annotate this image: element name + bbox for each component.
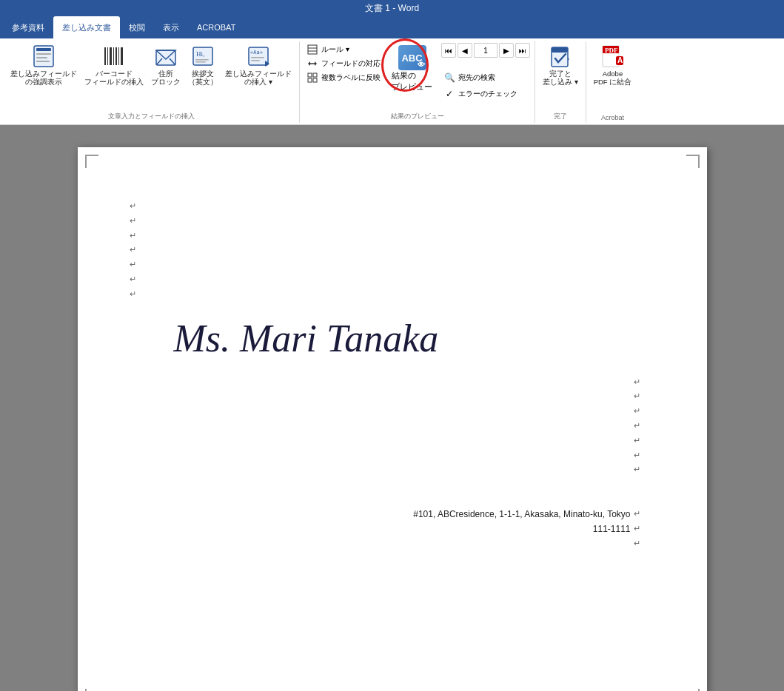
group-done: 完了と差し込み ▾ 完了 <box>535 41 586 123</box>
first-record-button[interactable]: ⏮ <box>441 43 456 58</box>
para-mark-m4: ↵ <box>130 419 640 434</box>
svg-text:Hi,: Hi, <box>196 50 204 58</box>
done-merge-button[interactable]: 完了と差し込み ▾ <box>540 43 581 88</box>
preview-abc-icon: ABC 👁 <box>398 45 426 70</box>
prev-record-button[interactable]: ◀ <box>458 43 472 58</box>
address-block-label: 住所ブロック <box>151 70 181 87</box>
svg-rect-9 <box>115 47 117 65</box>
multi-label-label: 複数ラベルに反映 <box>321 73 381 83</box>
next-record-button[interactable]: ▶ <box>499 43 514 58</box>
svg-rect-3 <box>36 57 47 58</box>
svg-rect-22 <box>251 57 264 58</box>
para-mark-m6: ↵ <box>130 448 640 463</box>
svg-marker-37 <box>568 58 569 61</box>
tab-sanko[interactable]: 参考資料 <box>3 16 53 38</box>
greeting-button[interactable]: Hi, 挨拶文（英文） <box>185 43 221 88</box>
dest-search-icon: 🔍 <box>443 72 455 84</box>
group-preview-label: 結果のプレビュー <box>391 112 444 121</box>
document-content: ↵ ↵ ↵ ↵ ↵ ↵ ↵ Ms. Mari Tanaka ↵ ↵ ↵ ↵ ↵ … <box>100 162 685 691</box>
nav-controls: ⏮ ◀ ▶ ⏭ <box>441 43 530 68</box>
para-mark-m7: ↵ <box>130 462 640 477</box>
record-number-input[interactable] <box>474 43 497 58</box>
tab-hyoji[interactable]: 表示 <box>154 16 188 38</box>
last-record-button[interactable]: ⏭ <box>515 43 530 58</box>
address-line-3: ↵ <box>130 536 640 551</box>
done-items: 完了と差し込み ▾ <box>540 43 581 121</box>
svg-rect-34 <box>313 78 317 82</box>
rule-icon <box>306 44 318 55</box>
svg-text:A: A <box>617 56 623 64</box>
done-merge-icon <box>549 44 572 68</box>
para-mark-2: ↵ <box>130 214 655 229</box>
ribbon-tabs: 参考資料 差し込み文書 校閲 表示 ACROBAT <box>0 16 784 38</box>
para-mark-7: ↵ <box>130 287 655 302</box>
insert-merge-label: 差し込みフィールドの挿入 ▾ <box>225 70 292 87</box>
svg-rect-33 <box>308 78 312 82</box>
svg-rect-1 <box>36 48 51 51</box>
insert-merge-icon: «Aa» <box>247 44 270 68</box>
corner-tr <box>686 155 700 168</box>
field-match-icon <box>306 58 318 70</box>
title-bar: 文書 1 - Word <box>0 0 784 16</box>
tab-sashikomi[interactable]: 差し込み文書 <box>53 16 120 38</box>
corner-tl <box>85 155 98 168</box>
eye-icon: 👁 <box>418 61 425 69</box>
dest-search-button[interactable]: 🔍 宛先の検索 <box>441 71 530 84</box>
para-marks-top: ↵ ↵ ↵ ↵ ↵ ↵ ↵ <box>130 177 655 302</box>
multi-label-button[interactable]: 複数ラベルに反映 <box>304 71 383 84</box>
field-match-label: フィールドの対応 <box>321 58 381 69</box>
group-acrobat: PDF A AdobePDF に結合 Acrobat <box>586 41 640 123</box>
nav-area: ⏮ ◀ ▶ ⏭ 🔍 宛先の検索 ✓ エラーのチェック <box>441 43 530 111</box>
ribbon: 差し込みフィールドの強調表示 バーコードフィールドの挿入 <box>0 38 784 125</box>
preview-items-row: ルール ▾ フィールドの対応 <box>304 43 530 121</box>
svg-rect-36 <box>552 47 568 53</box>
para-mark-m1: ↵ <box>130 375 640 390</box>
error-check-icon: ✓ <box>443 88 455 100</box>
barcode-button[interactable]: バーコードフィールドの挿入 <box>81 43 147 88</box>
svg-rect-2 <box>36 53 51 55</box>
svg-text:«Aa»: «Aa» <box>250 50 263 55</box>
field-match-button[interactable]: フィールドの対応 <box>304 57 383 70</box>
svg-rect-31 <box>308 73 312 77</box>
para-mark-5: ↵ <box>130 257 655 272</box>
document-area: ↵ ↵ ↵ ↵ ↵ ↵ ↵ Ms. Mari Tanaka ↵ ↵ ↵ ↵ ↵ … <box>0 125 784 691</box>
address-block: #101, ABCresidence, 1-1-1, Akasaka, Mina… <box>130 507 655 550</box>
preview-button-inner[interactable]: ABC 👁 結果のプレビュー <box>387 43 437 95</box>
highlight-field-icon <box>32 44 56 68</box>
greeting-icon: Hi, <box>191 44 215 68</box>
insert-merge-field-button[interactable]: «Aa» 差し込みフィールドの挿入 ▾ <box>222 43 295 88</box>
group-acrobat-label: Acrobat <box>601 114 624 121</box>
title-text: 文書 1 - Word <box>365 2 419 15</box>
adobe-pdf-label: AdobePDF に結合 <box>594 70 632 87</box>
postal-text: 111-1111 <box>593 524 631 534</box>
address-para-mark: ↵ <box>634 507 640 522</box>
rule-button[interactable]: ルール ▾ <box>304 43 383 56</box>
preview-button-wrapper[interactable]: ABC 👁 結果のプレビュー <box>387 43 437 95</box>
signature: Ms. Mari Tanaka <box>174 317 655 360</box>
preview-small-items: ルール ▾ フィールドの対応 <box>304 43 383 95</box>
svg-rect-7 <box>110 47 112 65</box>
end-para-mark: ↵ <box>634 536 640 551</box>
adobe-pdf-button[interactable]: PDF A AdobePDF に結合 <box>591 43 635 88</box>
tab-kosei[interactable]: 校閲 <box>120 16 154 38</box>
adobe-pdf-icon: PDF A <box>600 44 624 68</box>
dest-search-label: 宛先の検索 <box>458 73 495 83</box>
para-mark-1: ↵ <box>130 199 655 214</box>
tab-acrobat[interactable]: ACROBAT <box>188 16 244 38</box>
barcode-label: バーコードフィールドの挿入 <box>84 70 144 87</box>
error-check-button[interactable]: ✓ エラーのチェック <box>441 87 530 101</box>
address-line-1: #101, ABCresidence, 1-1-1, Akasaka, Mina… <box>130 507 640 522</box>
group-text-insert-label: 文章入力とフィールドの挿入 <box>108 112 195 121</box>
address-block-button[interactable]: 住所ブロック <box>148 43 184 88</box>
error-check-label: エラーのチェック <box>458 89 517 99</box>
svg-rect-6 <box>107 47 108 65</box>
svg-rect-32 <box>313 73 317 77</box>
address-line-2: 111-1111 ↵ <box>130 522 640 536</box>
svg-rect-11 <box>121 47 123 65</box>
para-mark-6: ↵ <box>130 272 655 287</box>
highlight-field-button[interactable]: 差し込みフィールドの強調表示 <box>7 43 80 88</box>
svg-rect-25 <box>308 45 317 54</box>
svg-text:PDF: PDF <box>605 47 618 54</box>
greeting-label: 挨拶文（英文） <box>188 70 218 87</box>
svg-rect-19 <box>195 61 206 63</box>
